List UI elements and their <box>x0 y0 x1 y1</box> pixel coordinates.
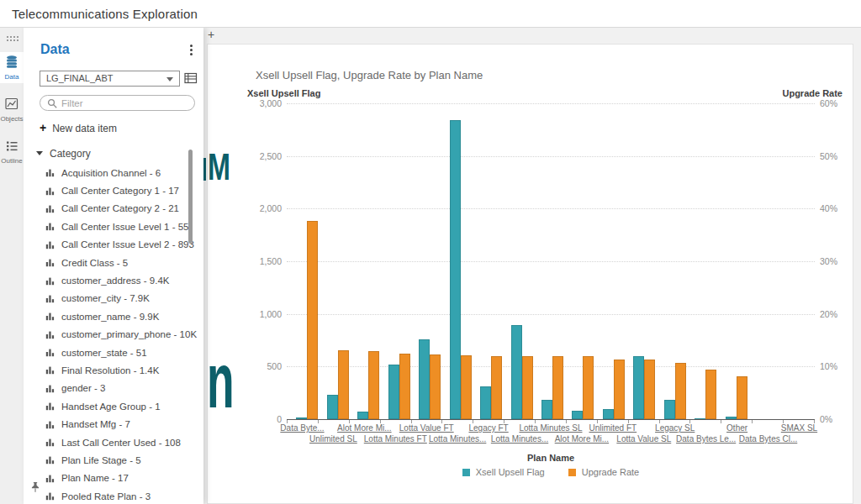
upgrade-bar[interactable] <box>644 360 655 419</box>
xsell-bar[interactable] <box>541 400 552 419</box>
category-bar-icon <box>45 168 55 177</box>
upgrade-bar[interactable] <box>614 360 625 419</box>
legend-item[interactable]: Upgrade Rate <box>568 467 640 477</box>
new-data-item-button[interactable]: +New data item <box>40 121 117 134</box>
filter-field <box>40 95 195 111</box>
panel-scrollbar-thumb[interactable] <box>188 150 193 244</box>
add-page-button[interactable]: + <box>208 28 214 41</box>
upgrade-bar[interactable] <box>461 355 472 419</box>
data-item[interactable]: customer_state - 51 <box>24 344 203 361</box>
data-panel: Data LG_FINAL_ABT +New data item Categor… <box>24 28 203 504</box>
category-bar-icon <box>45 294 55 303</box>
data-item[interactable]: Plan Life Stage - 5 <box>24 451 203 469</box>
data-item[interactable]: customer_primary_phone - 10K <box>24 326 203 344</box>
x-axis-category-label[interactable]: Other <box>726 423 747 433</box>
xsell-bar[interactable] <box>511 325 522 419</box>
sidebar-item-objects[interactable]: Objects <box>0 94 24 125</box>
data-item-label: Credit Class - 5 <box>61 258 128 268</box>
category-bar-icon <box>45 222 55 231</box>
legend-label: Upgrade Rate <box>582 467 640 477</box>
bar-group <box>599 103 629 419</box>
x-axis-category-label[interactable]: Legacy SL <box>655 423 695 433</box>
upgrade-bar[interactable] <box>368 351 379 419</box>
right-tick-label: 0% <box>820 414 832 424</box>
data-item-list: Acquisition Channel - 6 Call Center Cate… <box>24 164 203 504</box>
data-item-label: customer_address - 9.4K <box>61 276 169 286</box>
data-item-label: customer_primary_phone - 10K <box>61 329 197 339</box>
upgrade-bar[interactable] <box>583 356 594 419</box>
upgrade-bar[interactable] <box>338 350 349 419</box>
data-item-label: Call Center Category 2 - 21 <box>61 203 179 213</box>
bar-group <box>690 103 721 419</box>
category-bar-icon <box>45 240 55 249</box>
upgrade-bar[interactable] <box>399 354 410 419</box>
data-item[interactable]: Plan Name - 17 <box>24 470 203 487</box>
panel-drag-handle-icon[interactable] <box>6 35 18 41</box>
xsell-bar[interactable] <box>480 386 491 419</box>
xsell-bar[interactable] <box>633 356 644 419</box>
sidebar-item-data[interactable]: Data <box>0 52 24 83</box>
data-item[interactable]: Call Center Issue Level 1 - 55 <box>24 218 203 235</box>
right-tick-label: 30% <box>820 256 837 266</box>
data-item[interactable]: Acquisition Channel - 6 <box>24 164 203 181</box>
filter-input[interactable] <box>61 97 188 109</box>
upgrade-bar[interactable] <box>522 356 533 419</box>
xsell-bar[interactable] <box>388 365 399 419</box>
data-item[interactable]: Last Call Center Used - 108 <box>24 433 203 451</box>
x-axis-category-label[interactable]: SMAX SL <box>781 423 817 433</box>
category-group-header[interactable]: Category <box>36 148 91 160</box>
xsell-bar[interactable] <box>450 120 461 419</box>
upgrade-bar[interactable] <box>491 356 502 419</box>
bar-group <box>783 103 813 419</box>
xsell-bar[interactable] <box>357 412 368 419</box>
database-icon <box>5 55 18 68</box>
data-item-label: Handset Mfg - 7 <box>61 419 130 429</box>
data-item[interactable]: customer_city - 7.9K <box>24 290 203 307</box>
left-tick-label: 2,500 <box>224 151 282 161</box>
category-bar-icon <box>45 276 55 286</box>
data-item[interactable]: Call Center Category 1 - 17 <box>24 181 203 199</box>
category-bar-icon <box>45 330 55 339</box>
panel-title: Data <box>40 42 70 57</box>
x-axis-category-label[interactable]: Legacy FT <box>468 423 508 433</box>
upgrade-bar[interactable] <box>737 376 747 419</box>
sidebar-item-label: Objects <box>0 115 24 123</box>
data-source-select[interactable]: LG_FINAL_ABT <box>40 71 180 87</box>
upgrade-bar[interactable] <box>307 221 318 419</box>
xsell-bar[interactable] <box>603 409 614 419</box>
upgrade-bar[interactable] <box>430 354 441 419</box>
data-item-label: gender - 3 <box>61 383 105 393</box>
upgrade-bar[interactable] <box>552 356 563 419</box>
data-item[interactable]: customer_name - 9.9K <box>24 307 203 325</box>
data-item[interactable]: Credit Class - 5 <box>24 254 203 271</box>
xsell-bar[interactable] <box>664 400 675 419</box>
left-icon-rail: Data Objects Outline <box>0 28 24 504</box>
category-bar-icon <box>45 186 55 196</box>
category-bar-icon <box>45 491 55 501</box>
data-item[interactable]: Final Resolution - 1.4K <box>24 361 203 379</box>
bar-group <box>383 103 414 419</box>
data-item[interactable]: Call Center Category 2 - 21 <box>24 200 203 218</box>
legend-item[interactable]: Xsell Upsell Flag <box>462 467 545 477</box>
data-item[interactable]: Pooled Rate Plan - 3 <box>24 487 203 504</box>
upgrade-bar[interactable] <box>675 363 686 419</box>
data-item[interactable]: customer_address - 9.4K <box>24 271 203 289</box>
panel-menu-kebab-icon[interactable] <box>190 45 193 57</box>
data-item-label: customer_name - 9.9K <box>61 312 159 322</box>
category-bar-icon <box>45 312 55 321</box>
xsell-bar[interactable] <box>572 411 583 419</box>
sidebar-item-outline[interactable]: Outline <box>0 136 24 167</box>
bar-group <box>445 103 475 419</box>
chevron-down-icon <box>166 77 173 81</box>
data-item[interactable]: Handset Mfg - 7 <box>24 415 203 433</box>
xsell-bar[interactable] <box>419 339 430 419</box>
x-axis-labels: Data Byte...Unlimited SLAlot More Mi...L… <box>287 423 815 447</box>
data-item[interactable]: Handset Age Group - 1 <box>24 397 203 415</box>
xsell-bar[interactable] <box>327 395 338 419</box>
upgrade-bar[interactable] <box>705 370 716 419</box>
data-item-label: Last Call Center Used - 108 <box>61 438 181 448</box>
pin-panel-button[interactable] <box>30 481 40 496</box>
data-source-properties-button[interactable] <box>184 72 198 87</box>
data-item[interactable]: Call Center Issue Level 2 - 893 <box>24 236 203 254</box>
data-item[interactable]: gender - 3 <box>24 380 203 397</box>
